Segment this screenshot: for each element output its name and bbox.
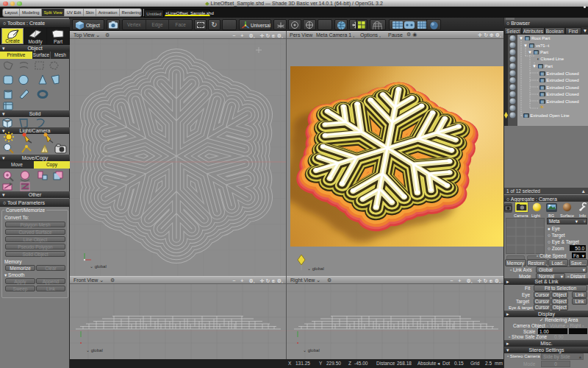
svg-text:⌄ global: ⌄ global <box>90 264 107 269</box>
svg-text:⌄ global: ⌄ global <box>307 266 324 271</box>
svg-text:⌄ global: ⌄ global <box>86 348 103 353</box>
svg-text:⌄ global: ⌄ global <box>303 348 320 353</box>
